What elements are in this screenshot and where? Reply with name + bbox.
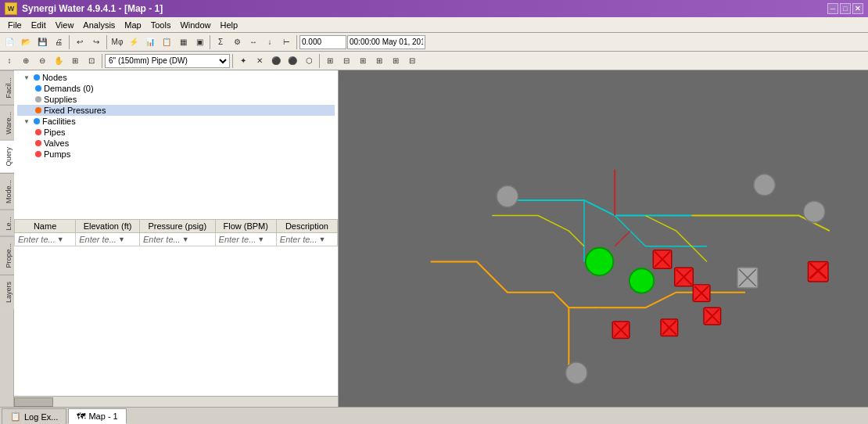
tree-item-pumps[interactable]: Pumps [17,149,335,160]
tool-a[interactable]: Mφ [109,34,125,50]
dot-valves [35,140,41,146]
log-icon: 📋 [10,411,21,422]
tree-item-fixed-pressures[interactable]: Fixed Pressures [17,105,335,116]
tool-n5[interactable]: ⊞ [388,53,404,69]
label-pumps: Pumps [44,149,70,159]
value-input[interactable] [299,35,346,49]
toggle-red[interactable]: ⚫ [285,53,300,69]
filter-icon-name[interactable]: ▼ [57,235,64,243]
pipe-selector[interactable]: 6" (150mm) Pipe (DW) [105,54,230,68]
select-tool[interactable]: ↕ [2,53,17,69]
delete-tool[interactable]: ✕ [252,53,267,69]
zoom-out[interactable]: ⊖ [34,53,50,69]
time-input[interactable] [347,35,425,49]
print-button[interactable]: 🖨 [51,34,66,50]
tree-item-valves[interactable]: Valves [17,138,335,149]
tab-log-explorer[interactable]: 📋 Log Ex... [2,408,66,424]
menu-window[interactable]: Window [175,19,215,31]
app-logo: W [5,2,17,15]
filter-row: Enter te... ▼ Enter te... ▼ [15,233,338,246]
filter-pressure: Enter te... ▼ [139,233,215,246]
minimize-button[interactable]: ─ [827,3,838,14]
app-title: Synergi Water 4.9.4.1 - [Map - 1] [22,3,163,14]
tool-k[interactable]: ⊢ [278,34,294,50]
tool-extra[interactable]: ⬡ [301,53,317,69]
tool-d[interactable]: 📋 [159,34,174,50]
open-button[interactable]: 📂 [18,34,34,50]
redo-button[interactable]: ↪ [88,34,104,50]
menu-map[interactable]: Map [120,19,145,31]
filter-icon-desc[interactable]: ▼ [319,235,326,243]
dot-fixed-pressures [35,107,41,113]
close-button[interactable]: ✕ [852,3,863,14]
svg-point-6 [754,174,775,196]
menu-analysis[interactable]: Analysis [78,19,120,31]
svg-point-5 [565,362,586,383]
undo-button[interactable]: ↩ [72,34,88,50]
expand-arrow-facilities: ▼ [23,118,30,125]
maximize-button[interactable]: □ [840,3,851,14]
add-node[interactable]: ✦ [235,53,251,69]
tree-item-supplies[interactable]: Supplies [17,94,335,105]
pan-tool[interactable]: ✋ [51,53,66,69]
zoom-fit[interactable]: ⊡ [84,53,99,69]
tab-mode[interactable]: Mode... [0,173,14,210]
tool-n1[interactable]: ⊞ [322,53,338,69]
tool-j[interactable]: ↓ [262,34,278,50]
col-flow: Flow (BPM) [215,220,276,233]
tool-n4[interactable]: ⊞ [371,53,387,69]
menu-view[interactable]: View [51,19,79,31]
tool-i[interactable]: ↔ [246,34,261,50]
window-controls[interactable]: ─ □ ✕ [827,3,863,14]
tool-n6[interactable]: ⊟ [404,53,420,69]
map-area[interactable] [339,70,868,407]
tool-g[interactable]: Σ [213,34,228,50]
zoom-in[interactable]: ⊕ [18,53,34,69]
tab-map-1[interactable]: 🗺 Map - 1 [68,408,126,424]
dot-nodes [34,74,40,81]
toolbar-1: 📄 📂 💾 🖨 ↩ ↪ Mφ ⚡ 📊 📋 ▦ ▣ Σ ⚙ ↔ ↓ ⊢ [0,33,868,52]
table-area[interactable]: Name Elevation (ft) Pressure (psig) Flow… [14,219,338,396]
tool-n3[interactable]: ⊞ [355,53,371,69]
scroll-thumb[interactable] [14,397,53,407]
menu-file[interactable]: File [3,19,27,31]
tab-layers[interactable]: Layers [0,275,14,309]
save-button[interactable]: 💾 [34,34,50,50]
zoom-window[interactable]: ⊞ [67,53,83,69]
network-map [339,70,868,407]
col-description: Description [276,220,337,233]
horizontal-scrollbar[interactable] [14,396,338,407]
tree-item-facilities[interactable]: ▼ Facilities [17,116,335,127]
menu-help[interactable]: Help [216,19,243,31]
tool-h[interactable]: ⚙ [229,34,245,50]
filter-icon-flow[interactable]: ▼ [257,235,264,243]
label-valves: Valves [44,138,69,148]
tool-e[interactable]: ▦ [175,34,191,50]
tree-item-pipes[interactable]: Pipes [17,127,335,138]
tab-ware[interactable]: Ware... [0,105,14,141]
svg-point-4 [804,201,825,222]
tab-le[interactable]: Le... [0,210,14,237]
tool-b[interactable]: ⚡ [126,34,142,50]
bottom-tabs: 📋 Log Ex... 🗺 Map - 1 [0,407,868,424]
filter-icon-elev[interactable]: ▼ [118,235,125,243]
tool-c[interactable]: 📊 [142,34,158,50]
side-tabs: Facil... Ware... Query Mode... Le... Pro… [0,70,14,407]
tree-item-nodes[interactable]: ▼ Nodes [17,72,335,83]
menu-tools[interactable]: Tools [146,19,176,31]
new-button[interactable]: 📄 [2,34,17,50]
dot-pumps [35,151,41,157]
tool-f[interactable]: ▣ [192,34,207,50]
toggle-green[interactable]: ⚫ [268,53,284,69]
tree-item-demands[interactable]: Demands (0) [17,83,335,94]
tab-facil[interactable]: Facil... [0,70,14,105]
filter-desc: Enter te... ▼ [276,233,337,246]
tab-query[interactable]: Query [0,140,14,173]
label-demands: Demands (0) [44,84,94,93]
menu-edit[interactable]: Edit [27,19,51,31]
tab-prope[interactable]: Prope... [0,236,14,275]
tree-view[interactable]: ▼ Nodes Demands (0) Supplies Fixed [14,70,338,219]
tool-n2[interactable]: ⊟ [339,53,354,69]
filter-icon-pres[interactable]: ▼ [182,235,189,243]
label-supplies: Supplies [44,95,77,104]
